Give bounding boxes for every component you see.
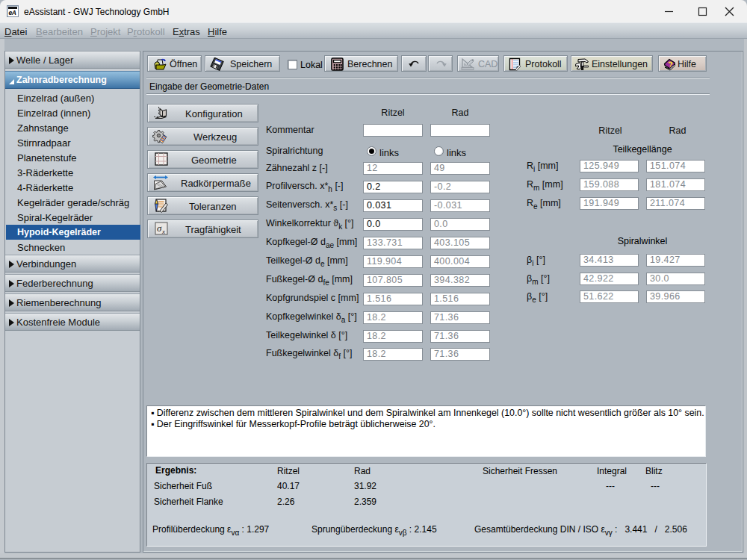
svg-text:σ: σ [157, 223, 162, 234]
svg-text:x: x [161, 228, 165, 235]
